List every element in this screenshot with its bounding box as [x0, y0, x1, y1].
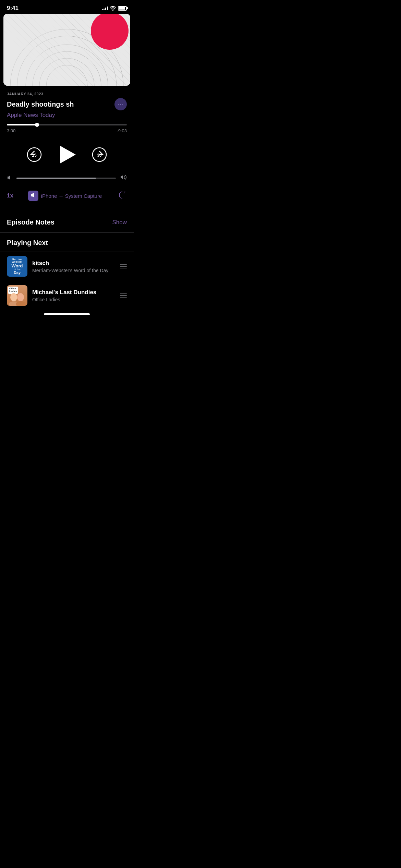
podcast-name[interactable]: Apple News Today	[7, 112, 127, 119]
home-indicator	[0, 310, 134, 318]
queue-podcast-name: Office Ladies	[32, 297, 115, 302]
status-bar: 9:41	[0, 0, 134, 14]
queue-item[interactable]: MerriamWebster Word of the Day kitsch Me…	[0, 252, 134, 281]
svg-rect-34	[31, 194, 32, 196]
speaker-icon	[28, 191, 38, 201]
svg-point-38	[10, 293, 17, 301]
battery-icon	[118, 6, 127, 11]
queue-item[interactable]: OfficeLadies Michael's Last Dundies Offi…	[0, 281, 134, 310]
queue-episode-title: kitsch	[32, 260, 115, 267]
show-notes-button[interactable]: Show	[112, 219, 127, 226]
volume-fill	[16, 178, 96, 179]
play-button[interactable]	[57, 144, 77, 165]
volume-row[interactable]	[0, 174, 134, 182]
volume-low-icon	[7, 175, 12, 182]
player-info: January 24, 2023 Deadly shootings sh ···…	[0, 86, 134, 119]
svg-point-41	[16, 301, 25, 306]
extras-row: 1x iPhone → System Capture z z	[0, 190, 134, 212]
status-icons	[102, 6, 127, 11]
episode-notes-section: Episode Notes Show	[0, 212, 134, 232]
svg-point-28	[91, 14, 129, 50]
svg-rect-29	[3, 14, 72, 86]
svg-text:z: z	[124, 190, 125, 192]
progress-times: 3:00 -9:03	[7, 128, 127, 133]
svg-point-35	[33, 195, 34, 196]
more-button[interactable]: ···	[114, 98, 127, 110]
volume-high-icon	[120, 174, 127, 182]
rewind-15-button[interactable]: 15	[26, 146, 43, 163]
playing-next-title: Playing Next	[7, 239, 48, 246]
playback-controls: 15 30	[0, 135, 134, 174]
podcast-artwork	[3, 14, 130, 86]
queue-artwork-office: OfficeLadies	[7, 285, 27, 306]
svg-text:15: 15	[32, 153, 37, 158]
queue-item-info: kitsch Merriam-Webster's Word of the Day	[32, 260, 115, 273]
audio-output-button[interactable]: iPhone → System Capture	[28, 191, 102, 201]
sleep-icon: z z	[117, 192, 127, 201]
queue-artwork-merriam: MerriamWebster Word of the Day	[7, 256, 27, 277]
playback-speed-button[interactable]: 1x	[7, 192, 13, 199]
playing-next-section: Playing Next	[0, 233, 134, 252]
volume-slider[interactable]	[16, 178, 116, 179]
output-label: iPhone → System Capture	[41, 193, 102, 199]
progress-container[interactable]: 3:00 -9:03	[0, 124, 134, 133]
signal-icon	[102, 6, 108, 10]
queue-podcast-name: Merriam-Webster's Word of the Day	[32, 268, 115, 273]
queue-item-info: Michael's Last Dundies Office Ladies	[32, 289, 115, 302]
reorder-handle[interactable]	[120, 264, 127, 268]
play-icon	[60, 146, 76, 164]
wifi-icon	[110, 6, 116, 11]
svg-text:30: 30	[97, 153, 102, 158]
current-time: 3:00	[7, 128, 15, 133]
episode-title: Deadly shootings sh	[7, 100, 114, 108]
forward-30-button[interactable]: 30	[91, 146, 108, 163]
episode-date: January 24, 2023	[7, 92, 127, 96]
remaining-time: -9:03	[117, 128, 127, 133]
status-time: 9:41	[7, 5, 19, 12]
home-bar	[44, 313, 90, 315]
progress-track[interactable]	[7, 124, 127, 125]
svg-point-40	[17, 293, 24, 301]
queue-episode-title: Michael's Last Dundies	[32, 289, 115, 296]
progress-fill	[7, 124, 37, 125]
episode-notes-title: Episode Notes	[7, 218, 54, 226]
progress-thumb[interactable]	[35, 123, 39, 127]
sleep-timer-button[interactable]: z z	[117, 190, 127, 202]
more-icon: ···	[118, 101, 123, 107]
reorder-handle[interactable]	[120, 293, 127, 298]
